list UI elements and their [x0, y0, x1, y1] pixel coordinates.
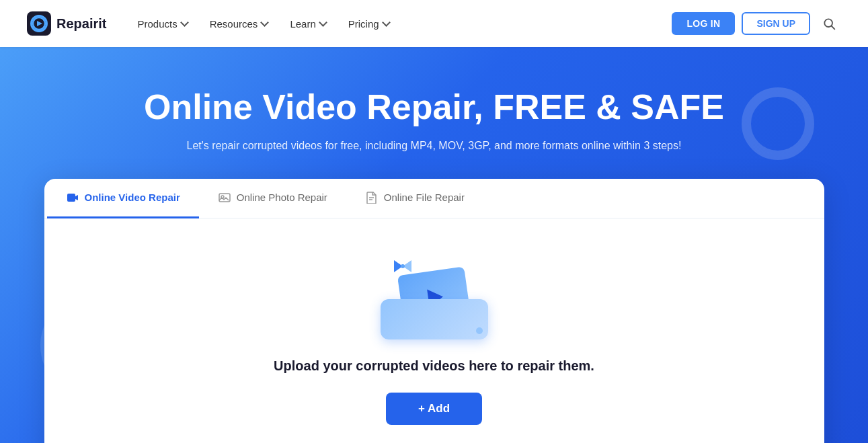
tab-photo-repair[interactable]: Online Photo Repair: [199, 179, 346, 218]
card-tabs: Online Video Repair Online Photo Repair: [44, 179, 824, 218]
chevron-down-icon: [180, 19, 188, 28]
svg-line-2: [832, 26, 835, 30]
tab-file-repair[interactable]: Online File Repair: [346, 179, 483, 218]
svg-rect-3: [67, 194, 75, 202]
nav-learn[interactable]: Learn: [280, 13, 336, 35]
search-icon: [822, 17, 836, 30]
svg-point-8: [401, 264, 405, 268]
nav-products[interactable]: Products: [128, 13, 197, 35]
search-button[interactable]: [817, 11, 841, 36]
photo-tab-icon: [218, 191, 231, 204]
chevron-down-icon: [260, 19, 268, 28]
tab-photo-label: Online Photo Repair: [237, 192, 327, 203]
bow-icon: [393, 259, 413, 274]
card-body: Upload your corrupted videos here to rep…: [44, 218, 824, 443]
chevron-down-icon: [319, 19, 327, 28]
nav-actions: LOG IN SIGN UP: [672, 11, 841, 36]
chevron-down-icon: [382, 19, 390, 28]
login-button[interactable]: LOG IN: [672, 12, 735, 35]
hero-subtitle: Let's repair corrupted videos for free, …: [13, 140, 855, 152]
file-tab-icon: [365, 191, 379, 204]
brand-name: Repairit: [56, 16, 106, 32]
upload-prompt: Upload your corrupted videos here to rep…: [274, 358, 594, 374]
video-tab-icon: [66, 191, 79, 204]
tab-file-label: Online File Repair: [384, 192, 465, 203]
hero-title: Online Video Repair, FREE & SAFE: [13, 87, 855, 128]
tab-video-repair[interactable]: Online Video Repair: [47, 179, 199, 218]
logo-icon: [27, 11, 51, 36]
logo[interactable]: Repairit: [27, 11, 106, 36]
dot-decoration: [476, 327, 483, 334]
add-button[interactable]: + Add: [386, 393, 482, 425]
repair-card: Online Video Repair Online Photo Repair: [44, 179, 824, 443]
signup-button[interactable]: SIGN UP: [742, 12, 810, 35]
upload-illustration: [367, 259, 502, 339]
base-shape: [381, 299, 488, 339]
nav-items: Products Resources Learn Pricing: [128, 13, 672, 35]
nav-pricing[interactable]: Pricing: [339, 13, 399, 35]
tab-video-label: Online Video Repair: [85, 192, 180, 203]
nav-resources[interactable]: Resources: [200, 13, 278, 35]
navbar: Repairit Products Resources Learn Pricin…: [0, 0, 868, 47]
hero-section: Online Video Repair, FREE & SAFE Let's r…: [0, 47, 868, 443]
svg-point-0: [33, 17, 45, 30]
